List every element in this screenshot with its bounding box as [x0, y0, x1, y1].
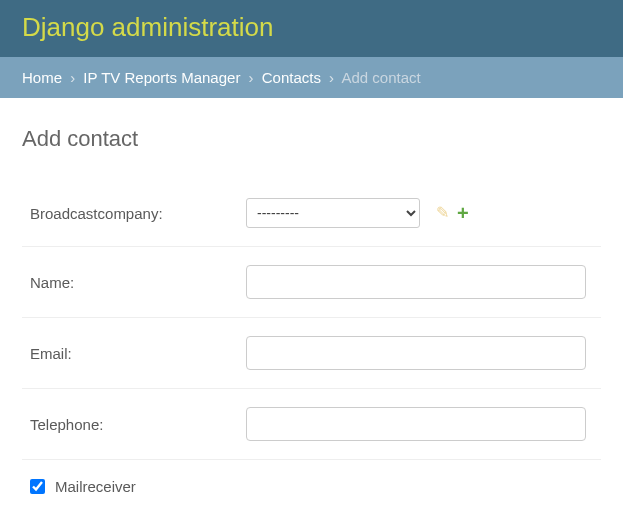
- telephone-label: Telephone:: [30, 416, 246, 433]
- name-label: Name:: [30, 274, 246, 291]
- breadcrumb-current: Add contact: [341, 69, 420, 86]
- breadcrumb-separator: ›: [249, 69, 254, 86]
- form-row-telephone: Telephone:: [22, 389, 601, 460]
- broadcastcompany-field: --------- ✎ +: [246, 198, 469, 228]
- name-input[interactable]: [246, 265, 586, 299]
- mailreceiver-label: Mailreceiver: [55, 478, 136, 495]
- breadcrumb-separator: ›: [329, 69, 334, 86]
- name-field: [246, 265, 586, 299]
- form-row-broadcastcompany: Broadcastcompany: --------- ✎ +: [22, 180, 601, 247]
- form-row-mailreceiver: Mailreceiver: [22, 460, 601, 513]
- telephone-input[interactable]: [246, 407, 586, 441]
- breadcrumb-model[interactable]: Contacts: [262, 69, 321, 86]
- form-row-email: Email:: [22, 318, 601, 389]
- content: Add contact Broadcastcompany: --------- …: [0, 98, 623, 521]
- breadcrumb-separator: ›: [70, 69, 75, 86]
- plus-icon[interactable]: +: [457, 203, 469, 223]
- pencil-icon[interactable]: ✎: [436, 203, 449, 223]
- email-field: [246, 336, 586, 370]
- site-title: Django administration: [22, 12, 601, 43]
- page-title: Add contact: [22, 126, 601, 152]
- form-row-name: Name:: [22, 247, 601, 318]
- broadcastcompany-select[interactable]: ---------: [246, 198, 420, 228]
- email-input[interactable]: [246, 336, 586, 370]
- mailreceiver-checkbox[interactable]: [30, 479, 45, 494]
- email-label: Email:: [30, 345, 246, 362]
- related-icons: ✎ +: [436, 203, 469, 223]
- header: Django administration: [0, 0, 623, 57]
- telephone-field: [246, 407, 586, 441]
- breadcrumbs: Home › IP TV Reports Manager › Contacts …: [0, 57, 623, 98]
- breadcrumb-app[interactable]: IP TV Reports Manager: [83, 69, 240, 86]
- breadcrumb-home[interactable]: Home: [22, 69, 62, 86]
- broadcastcompany-label: Broadcastcompany:: [30, 205, 246, 222]
